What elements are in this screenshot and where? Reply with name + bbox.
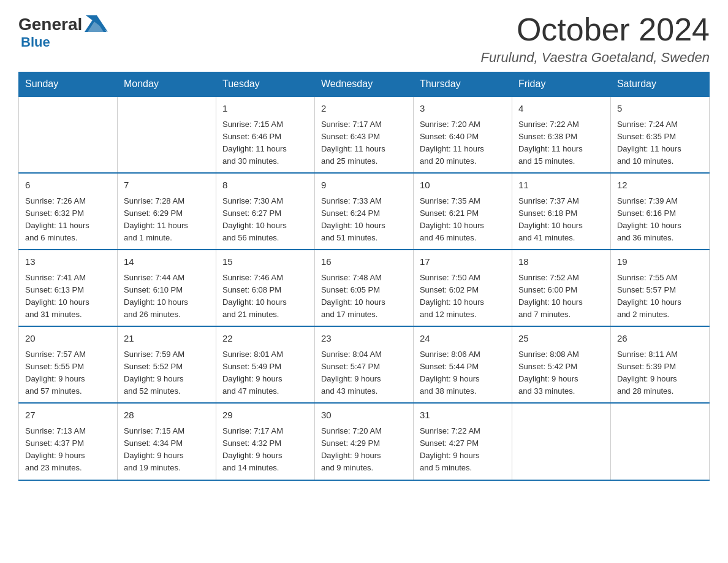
calendar-cell: 6Sunrise: 7:26 AM Sunset: 6:32 PM Daylig… [19, 173, 118, 250]
day-number: 28 [124, 408, 210, 423]
week-row-4: 20Sunrise: 7:57 AM Sunset: 5:55 PM Dayli… [19, 326, 710, 403]
calendar-cell: 26Sunrise: 8:11 AM Sunset: 5:39 PM Dayli… [610, 326, 709, 403]
month-year-title: October 2024 [481, 12, 710, 47]
col-header-saturday: Saturday [610, 72, 709, 97]
day-info: Sunrise: 8:04 AM Sunset: 5:47 PM Dayligh… [321, 348, 407, 398]
calendar-cell: 21Sunrise: 7:59 AM Sunset: 5:52 PM Dayli… [117, 326, 216, 403]
calendar-cell: 18Sunrise: 7:52 AM Sunset: 6:00 PM Dayli… [512, 250, 610, 326]
logo-blue-text: Blue [21, 34, 50, 50]
col-header-friday: Friday [512, 72, 610, 97]
day-info: Sunrise: 7:35 AM Sunset: 6:21 PM Dayligh… [420, 195, 506, 245]
day-info: Sunrise: 7:22 AM Sunset: 6:38 PM Dayligh… [518, 118, 604, 168]
day-number: 7 [124, 178, 210, 193]
day-number: 14 [124, 255, 210, 269]
calendar-cell [117, 96, 216, 173]
day-info: Sunrise: 7:50 AM Sunset: 6:02 PM Dayligh… [420, 272, 506, 321]
col-header-monday: Monday [117, 72, 216, 97]
day-number: 15 [222, 255, 308, 269]
day-number: 5 [617, 102, 703, 116]
day-info: Sunrise: 7:41 AM Sunset: 6:13 PM Dayligh… [25, 272, 111, 321]
calendar-cell: 17Sunrise: 7:50 AM Sunset: 6:02 PM Dayli… [413, 250, 512, 326]
calendar-cell: 10Sunrise: 7:35 AM Sunset: 6:21 PM Dayli… [413, 173, 512, 250]
calendar-cell: 11Sunrise: 7:37 AM Sunset: 6:18 PM Dayli… [512, 173, 610, 250]
day-info: Sunrise: 7:33 AM Sunset: 6:24 PM Dayligh… [321, 195, 407, 245]
calendar-cell: 8Sunrise: 7:30 AM Sunset: 6:27 PM Daylig… [216, 173, 314, 250]
location-subtitle: Furulund, Vaestra Goetaland, Sweden [481, 50, 710, 66]
calendar-cell: 24Sunrise: 8:06 AM Sunset: 5:44 PM Dayli… [413, 326, 512, 403]
day-info: Sunrise: 7:22 AM Sunset: 4:27 PM Dayligh… [420, 425, 506, 475]
day-number: 19 [617, 255, 703, 269]
day-info: Sunrise: 7:59 AM Sunset: 5:52 PM Dayligh… [124, 348, 210, 398]
day-info: Sunrise: 7:39 AM Sunset: 6:16 PM Dayligh… [617, 195, 703, 245]
day-info: Sunrise: 7:52 AM Sunset: 6:00 PM Dayligh… [518, 272, 604, 321]
day-number: 20 [25, 332, 111, 346]
day-info: Sunrise: 7:46 AM Sunset: 6:08 PM Dayligh… [222, 272, 308, 321]
day-number: 31 [420, 408, 506, 423]
day-info: Sunrise: 7:28 AM Sunset: 6:29 PM Dayligh… [124, 195, 210, 245]
day-info: Sunrise: 8:08 AM Sunset: 5:42 PM Dayligh… [518, 348, 604, 398]
week-row-1: 1Sunrise: 7:15 AM Sunset: 6:46 PM Daylig… [19, 96, 710, 173]
day-info: Sunrise: 7:24 AM Sunset: 6:35 PM Dayligh… [617, 118, 703, 168]
day-number: 10 [420, 178, 506, 193]
day-number: 9 [321, 178, 407, 193]
day-number: 12 [617, 178, 703, 193]
calendar-cell: 28Sunrise: 7:15 AM Sunset: 4:34 PM Dayli… [117, 403, 216, 480]
day-number: 30 [321, 408, 407, 423]
day-info: Sunrise: 7:37 AM Sunset: 6:18 PM Dayligh… [518, 195, 604, 245]
day-info: Sunrise: 8:01 AM Sunset: 5:49 PM Dayligh… [222, 348, 308, 398]
calendar-cell: 13Sunrise: 7:41 AM Sunset: 6:13 PM Dayli… [19, 250, 118, 326]
day-number: 6 [25, 178, 111, 193]
day-number: 1 [222, 102, 308, 116]
day-number: 22 [222, 332, 308, 346]
day-info: Sunrise: 8:11 AM Sunset: 5:39 PM Dayligh… [617, 348, 703, 398]
calendar-cell: 22Sunrise: 8:01 AM Sunset: 5:49 PM Dayli… [216, 326, 314, 403]
calendar-cell: 3Sunrise: 7:20 AM Sunset: 6:40 PM Daylig… [413, 96, 512, 173]
day-info: Sunrise: 7:44 AM Sunset: 6:10 PM Dayligh… [124, 272, 210, 321]
day-number: 27 [25, 408, 111, 423]
page-header: General Blue October 2024 Furulund, Vaes… [18, 12, 710, 66]
day-info: Sunrise: 7:13 AM Sunset: 4:37 PM Dayligh… [25, 425, 111, 475]
day-number: 18 [518, 255, 604, 269]
day-info: Sunrise: 7:20 AM Sunset: 4:29 PM Dayligh… [321, 425, 407, 475]
calendar-cell: 16Sunrise: 7:48 AM Sunset: 6:05 PM Dayli… [314, 250, 413, 326]
day-info: Sunrise: 7:15 AM Sunset: 4:34 PM Dayligh… [124, 425, 210, 475]
week-row-3: 13Sunrise: 7:41 AM Sunset: 6:13 PM Dayli… [19, 250, 710, 326]
calendar-cell: 23Sunrise: 8:04 AM Sunset: 5:47 PM Dayli… [314, 326, 413, 403]
calendar-header-row: SundayMondayTuesdayWednesdayThursdayFrid… [19, 72, 710, 97]
logo: General Blue [18, 12, 108, 50]
calendar-cell: 15Sunrise: 7:46 AM Sunset: 6:08 PM Dayli… [216, 250, 314, 326]
title-section: October 2024 Furulund, Vaestra Goetaland… [481, 12, 710, 66]
col-header-thursday: Thursday [413, 72, 512, 97]
day-info: Sunrise: 7:30 AM Sunset: 6:27 PM Dayligh… [222, 195, 308, 245]
calendar-cell: 9Sunrise: 7:33 AM Sunset: 6:24 PM Daylig… [314, 173, 413, 250]
day-number: 23 [321, 332, 407, 346]
day-number: 17 [420, 255, 506, 269]
day-number: 2 [321, 102, 407, 116]
day-number: 26 [617, 332, 703, 346]
calendar-cell: 31Sunrise: 7:22 AM Sunset: 4:27 PM Dayli… [413, 403, 512, 480]
calendar-cell: 20Sunrise: 7:57 AM Sunset: 5:55 PM Dayli… [19, 326, 118, 403]
day-info: Sunrise: 7:26 AM Sunset: 6:32 PM Dayligh… [25, 195, 111, 245]
day-number: 8 [222, 178, 308, 193]
day-info: Sunrise: 8:06 AM Sunset: 5:44 PM Dayligh… [420, 348, 506, 398]
day-number: 4 [518, 102, 604, 116]
calendar-cell: 30Sunrise: 7:20 AM Sunset: 4:29 PM Dayli… [314, 403, 413, 480]
col-header-wednesday: Wednesday [314, 72, 413, 97]
logo-general-text: General [18, 16, 82, 33]
calendar-cell [610, 403, 709, 480]
day-info: Sunrise: 7:55 AM Sunset: 5:57 PM Dayligh… [617, 272, 703, 321]
calendar-cell: 25Sunrise: 8:08 AM Sunset: 5:42 PM Dayli… [512, 326, 610, 403]
day-number: 24 [420, 332, 506, 346]
calendar-cell: 1Sunrise: 7:15 AM Sunset: 6:46 PM Daylig… [216, 96, 314, 173]
logo-icon [83, 12, 108, 37]
calendar-table: SundayMondayTuesdayWednesdayThursdayFrid… [18, 72, 710, 480]
day-info: Sunrise: 7:20 AM Sunset: 6:40 PM Dayligh… [420, 118, 506, 168]
calendar-cell: 7Sunrise: 7:28 AM Sunset: 6:29 PM Daylig… [117, 173, 216, 250]
calendar-cell: 2Sunrise: 7:17 AM Sunset: 6:43 PM Daylig… [314, 96, 413, 173]
calendar-cell: 19Sunrise: 7:55 AM Sunset: 5:57 PM Dayli… [610, 250, 709, 326]
col-header-tuesday: Tuesday [216, 72, 314, 97]
day-info: Sunrise: 7:57 AM Sunset: 5:55 PM Dayligh… [25, 348, 111, 398]
day-info: Sunrise: 7:17 AM Sunset: 6:43 PM Dayligh… [321, 118, 407, 168]
week-row-5: 27Sunrise: 7:13 AM Sunset: 4:37 PM Dayli… [19, 403, 710, 480]
day-number: 25 [518, 332, 604, 346]
